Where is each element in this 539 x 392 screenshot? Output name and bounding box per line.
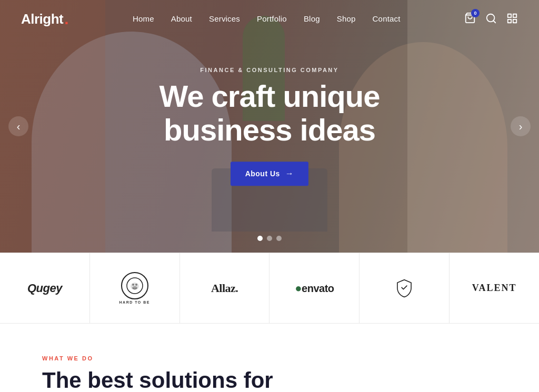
hero-title: We craft unique business ideas [85,79,454,147]
svg-rect-6 [513,19,516,22]
logo-shield[interactable] [360,253,450,323]
allaz-brand: Allaz. [211,282,238,295]
hero-title-line1: We craft unique [159,79,380,113]
valent-brand: VALENT [472,283,517,294]
svg-point-9 [132,284,134,286]
nav-blog[interactable]: Blog [304,14,320,23]
logo-text: Alright [21,11,63,27]
cart-button[interactable]: 0 [464,12,476,26]
bulldog-svg [126,277,143,294]
search-button[interactable] [485,13,497,26]
envato-brand: ●envato [295,282,334,295]
svg-rect-3 [508,14,511,17]
slider-prev-button[interactable]: ‹ [8,116,28,136]
main-nav: Home About Services Portfolio Blog Shop … [133,14,401,24]
search-icon [485,13,497,24]
logo-allaz[interactable]: Allaz. [180,253,270,323]
navbar-actions: 0 [464,12,518,26]
section-title-line1: The best solutions for [42,368,273,392]
menu-grid-button[interactable] [506,13,518,26]
cart-badge: 0 [471,9,480,17]
about-us-label: About Us [245,169,280,178]
slider-next-button[interactable]: › [511,116,531,136]
svg-line-2 [493,21,495,23]
svg-rect-5 [508,19,511,22]
navbar: Alright . Home About Services Portfolio … [0,0,539,38]
nav-about[interactable]: About [171,14,192,23]
nav-portfolio[interactable]: Portfolio [257,14,287,23]
about-us-button[interactable]: About Us → [231,162,309,186]
logo-envato[interactable]: ●envato [270,253,360,323]
slider-dot-3[interactable] [276,236,282,241]
nav-shop[interactable]: Shop [337,14,356,23]
logo-valent[interactable]: VALENT [450,253,539,323]
hero-subtitle: Finance & Consulting Company [85,67,454,73]
logo-bulldog[interactable]: HARD TO BE [90,253,180,323]
hero-content: Finance & Consulting Company We craft un… [85,67,454,186]
bulldog-text: HARD TO BE [119,300,150,304]
logo-qugey[interactable]: Qugey [0,253,90,323]
envato-dot-icon: ● [295,282,302,295]
bulldog-brand: HARD TO BE [119,272,150,304]
shield-icon [395,279,414,298]
logo[interactable]: Alright . [21,11,69,27]
slider-dot-1[interactable] [257,236,263,241]
svg-point-10 [135,284,137,286]
arrow-icon: → [285,169,294,178]
what-we-do-section: What We Do The best solutions for [0,324,539,392]
qugey-brand: Qugey [27,282,62,295]
logo-dot: . [64,11,68,27]
svg-rect-4 [513,14,516,17]
hero-title-line2: business ideas [164,113,375,147]
nav-services[interactable]: Services [209,14,240,23]
bulldog-circle-icon [121,272,148,299]
slider-dot-2[interactable] [267,236,272,241]
section-title: The best solutions for [42,368,305,392]
section-tag: What We Do [42,355,497,361]
logos-section: Qugey HARD TO BE Allaz. ●envato [0,253,539,324]
nav-contact[interactable]: Contact [373,14,401,23]
grid-icon [506,13,518,24]
slider-dots [257,236,282,241]
nav-home[interactable]: Home [133,14,154,23]
hero-section: Finance & Consulting Company We craft un… [0,0,539,253]
